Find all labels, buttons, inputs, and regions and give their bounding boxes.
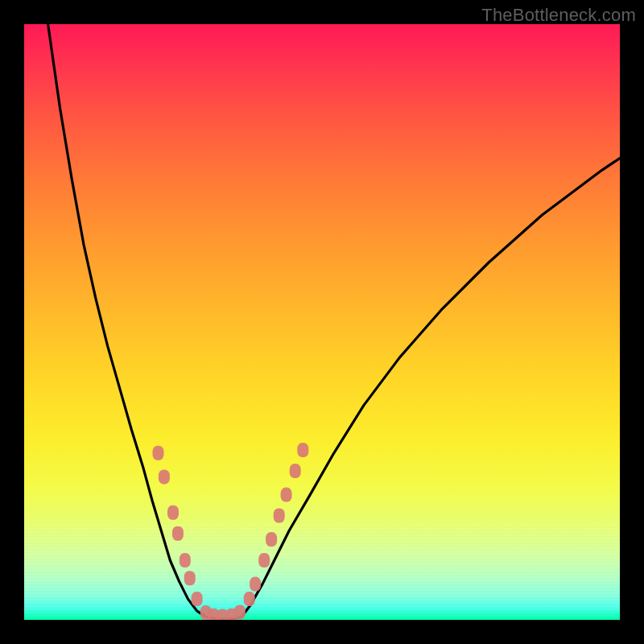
data-marker	[297, 443, 308, 457]
bottleneck-curve	[24, 24, 620, 620]
data-marker	[172, 526, 184, 541]
data-marker	[167, 506, 179, 520]
data-marker	[258, 553, 270, 568]
data-marker	[180, 553, 191, 568]
watermark-text: TheBottleneck.com	[481, 5, 636, 26]
data-marker	[274, 509, 285, 523]
curve-path	[48, 24, 620, 619]
data-marker	[153, 446, 164, 460]
data-marker	[192, 592, 203, 606]
data-marker	[159, 469, 170, 484]
data-marker	[244, 592, 255, 606]
data-marker	[290, 464, 301, 478]
data-marker	[281, 488, 292, 502]
data-marker	[234, 605, 246, 619]
plot-area	[24, 24, 620, 620]
chart-container: TheBottleneck.com	[0, 0, 644, 644]
data-marker	[266, 532, 277, 547]
data-marker	[250, 577, 261, 592]
data-marker	[184, 571, 196, 585]
